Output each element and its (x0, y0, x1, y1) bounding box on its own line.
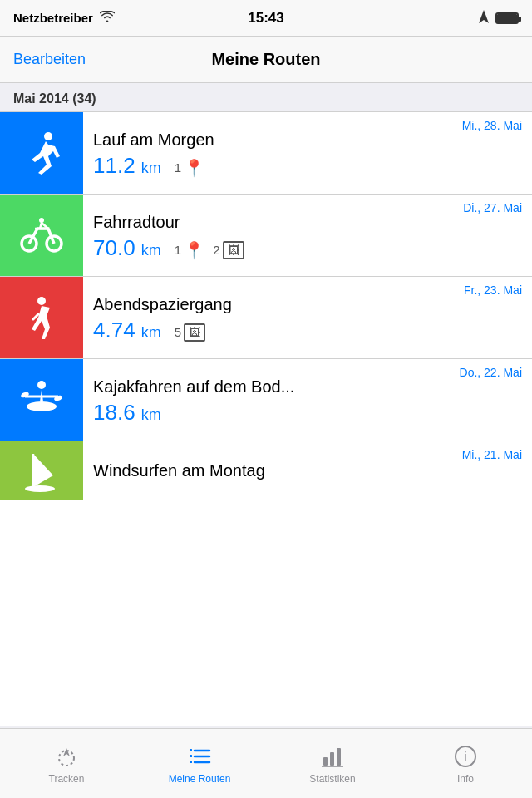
photo-badge: 2 🖼 (213, 241, 244, 259)
tab-tracken-label: Tracken (49, 773, 85, 785)
route-distance: 18.6 km (93, 400, 161, 426)
route-meta: 70.0 km 1 📍 2 🖼 (93, 235, 522, 261)
route-meta: 11.2 km 1 📍 (93, 153, 522, 179)
svg-point-5 (37, 297, 46, 305)
route-icon-running (0, 112, 83, 194)
photo-badge: 5 🖼 (175, 323, 205, 342)
edit-button[interactable]: Bearbeiten (13, 51, 86, 68)
section-header: Mai 2014 (34) (0, 83, 532, 112)
route-content: Mi., 21. Mai Windsurfen am Montag (83, 451, 532, 490)
svg-text:i: i (464, 750, 466, 763)
list-item[interactable]: Di., 27. Mai Fahrradtour 70.0 km 1 📍 2 🖼 (0, 195, 532, 277)
tab-info[interactable]: i Info (399, 729, 532, 798)
route-list: Mi., 28. Mai Lauf am Morgen 11.2 km 1 📍 (0, 112, 532, 726)
statistiken-icon (321, 743, 344, 770)
tab-statistiken[interactable]: Statistiken (266, 729, 399, 798)
route-distance: 70.0 km (93, 235, 161, 261)
svg-point-4 (39, 218, 44, 223)
route-date: Di., 27. Mai (463, 201, 522, 214)
route-distance: 4.74 km (93, 318, 161, 343)
svg-marker-13 (63, 748, 70, 756)
svg-rect-22 (330, 752, 334, 766)
route-badges: 1 📍 (175, 158, 204, 178)
svg-rect-19 (190, 755, 192, 757)
route-date: Mi., 21. Mai (462, 448, 522, 461)
svg-marker-0 (479, 10, 489, 23)
route-name: Windsurfen am Montag (93, 461, 522, 480)
route-content: Fr., 23. Mai Abendspaziergang 4.74 km 5 … (83, 285, 532, 350)
route-name: Lauf am Morgen (93, 131, 522, 150)
list-item[interactable]: Fr., 23. Mai Abendspaziergang 4.74 km 5 … (0, 277, 532, 359)
nav-bar: Bearbeiten Meine Routen (0, 37, 532, 83)
meine-routen-icon (188, 743, 211, 770)
list-item[interactable]: Do., 22. Mai Kajakfahren auf dem Bod... … (0, 359, 532, 441)
route-badges: 5 🖼 (175, 323, 205, 342)
route-content: Mi., 28. Mai Lauf am Morgen 11.2 km 1 📍 (83, 121, 532, 185)
waypoint-badge: 1 📍 (175, 240, 204, 260)
svg-point-7 (27, 401, 57, 411)
tracken-icon (55, 743, 78, 770)
route-icon-walking (0, 277, 83, 358)
info-icon: i (454, 743, 477, 770)
route-meta: 4.74 km 5 🖼 (93, 318, 522, 343)
list-item[interactable]: Mi., 21. Mai Windsurfen am Montag (0, 441, 532, 500)
route-content: Di., 27. Mai Fahrradtour 70.0 km 1 📍 2 🖼 (83, 203, 532, 268)
svg-point-6 (37, 381, 46, 389)
route-icon-kayak (0, 359, 83, 441)
route-icon-windsurf (0, 441, 83, 500)
route-content: Do., 22. Mai Kajakfahren auf dem Bod... … (83, 367, 532, 432)
tab-statistiken-label: Statistiken (309, 773, 355, 785)
tab-meine-routen-label: Meine Routen (169, 773, 231, 785)
location-icon (479, 10, 489, 27)
route-date: Fr., 23. Mai (464, 283, 522, 297)
waypoint-badge: 1 📍 (175, 158, 204, 178)
wifi-icon (100, 11, 115, 25)
svg-rect-21 (323, 757, 328, 766)
carrier-label: Netzbetreiber (13, 11, 93, 25)
battery-icon (495, 12, 519, 24)
page-title: Meine Routen (211, 50, 320, 69)
tab-bar: Tracken Meine Routen Statistiken (0, 728, 532, 798)
list-item[interactable]: Mi., 28. Mai Lauf am Morgen 11.2 km 1 📍 (0, 112, 532, 195)
route-name: Fahrradtour (93, 213, 522, 232)
status-bar: Netzbetreiber 15:43 (0, 0, 532, 37)
route-date: Mi., 28. Mai (462, 119, 522, 132)
route-badges: 1 📍 2 🖼 (175, 240, 244, 260)
route-date: Do., 22. Mai (460, 366, 522, 379)
svg-rect-20 (190, 761, 192, 763)
status-time: 15:43 (248, 10, 283, 27)
svg-rect-23 (337, 748, 341, 766)
svg-rect-18 (190, 749, 192, 751)
route-distance: 11.2 km (93, 153, 161, 179)
route-icon-cycling (0, 195, 83, 276)
svg-point-1 (44, 132, 52, 140)
tab-meine-routen[interactable]: Meine Routen (133, 729, 266, 798)
route-name: Kajakfahren auf dem Bod... (93, 377, 522, 397)
route-name: Abendspaziergang (93, 295, 522, 314)
route-meta: 18.6 km (93, 400, 522, 426)
tab-tracken[interactable]: Tracken (0, 729, 133, 798)
tab-info-label: Info (457, 773, 474, 785)
svg-point-11 (25, 485, 55, 492)
